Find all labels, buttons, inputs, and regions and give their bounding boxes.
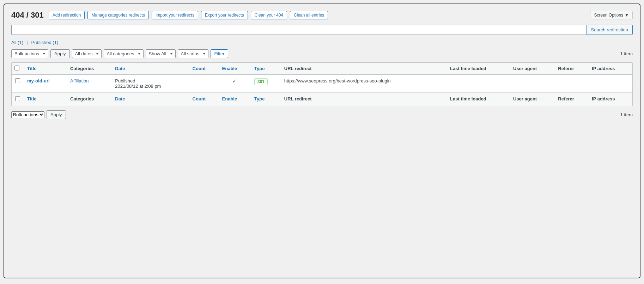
chevron-down-icon: ▼ [625,13,629,18]
col-type-header: Type [251,63,281,75]
row-ip-cell [588,75,632,93]
row-date-value: 2021/08/12 at 2:08 pm [115,84,161,89]
import-redirects-button[interactable]: Import your redirects [152,11,198,19]
show-select[interactable]: Show All [146,49,176,58]
col-title-header: Title [24,63,67,75]
row-last-loaded-cell [446,75,510,93]
col-count-sort[interactable]: Count [193,66,206,71]
col-ip-address-header: IP address [588,63,632,75]
apply-button-bottom[interactable]: Apply [47,110,66,119]
row-categories-cell: Affiliation [67,75,111,93]
row-enable-check: ✓ [232,78,237,84]
row-type-cell: 301 [251,75,281,93]
apply-button-top[interactable]: Apply [50,49,70,58]
footer-referer-header: Referer [554,93,588,106]
footer-ip-header: IP address [588,93,632,106]
redirects-table: Title Categories Date Count Enable [12,63,632,106]
footer-count-sort[interactable]: Count [193,96,206,101]
footer-type-sort[interactable]: Type [254,96,265,101]
col-count-header: Count [189,63,219,75]
footer-enable-header: Enable [219,93,251,106]
row-enable-cell: ✓ [219,75,251,93]
bulk-actions-select-top[interactable]: Bulk actions Delete [11,49,48,58]
footer-title-sort[interactable]: Title [27,96,37,101]
manage-categories-button[interactable]: Manage categories redirects [87,11,148,19]
row-title-cell: my-old-url [24,75,67,93]
select-all-checkbox[interactable] [14,66,19,70]
search-input[interactable] [11,25,587,35]
table-header: Title Categories Date Count Enable [12,63,632,75]
item-count-top: 1 item [620,51,633,56]
col-categories-header: Categories [67,63,111,75]
row-referer-cell [554,75,588,93]
col-date-header: Date [111,63,189,75]
col-enable-sort[interactable]: Enable [222,66,237,71]
footer-select-all-checkbox[interactable] [15,96,20,101]
footer-title-header: Title [24,93,67,106]
row-category-link[interactable]: Affiliation [70,78,89,84]
col-last-loaded-header: Last time loaded [446,63,510,75]
screen-options-label: Screen Options [594,13,623,18]
row-title-link[interactable]: my-old-url [27,78,50,84]
export-redirects-button[interactable]: Export your redirects [201,11,248,19]
screen-options-button[interactable]: Screen Options ▼ [590,11,633,19]
search-row: Search redirection [11,25,633,35]
footer-user-agent-header: User agent [510,93,554,106]
footer-url-redirect-header: URL redirect [281,93,446,106]
table-footer-header-row: Title Categories Date Count Enable Type [12,93,632,106]
col-referer-header: Referer [554,63,588,75]
footer-checkbox-cell [12,93,24,106]
clean-all-button[interactable]: Clean all entries [290,11,328,19]
table-body: my-old-url Affiliation Published 2021/08… [12,75,632,106]
row-type-badge: 301 [254,78,268,85]
col-type-sort[interactable]: Type [254,66,265,71]
filter-button[interactable]: Filter [211,49,229,58]
row-date-cell: Published 2021/08/12 at 2:08 pm [111,75,189,93]
filter-all-link[interactable]: All (1) [11,40,25,45]
col-date-sort[interactable]: Date [115,66,125,71]
table-wrap: Title Categories Date Count Enable [11,62,633,106]
col-user-agent-header: User agent [510,63,554,75]
top-bar-left: 404 / 301 Add redirection Manage categor… [11,11,328,20]
top-bar: 404 / 301 Add redirection Manage categor… [11,11,633,20]
status-select[interactable]: All status [178,49,208,58]
item-count-bottom: 1 item [620,112,633,117]
clean-404-button[interactable]: Clean your 404 [251,11,287,19]
header-row: Title Categories Date Count Enable [12,63,632,75]
add-redirection-button[interactable]: Add redirection [49,11,85,19]
row-checkbox-cell [12,75,24,93]
footer-type-header: Type [251,93,281,106]
filter-links: All (1) | Published (1) [11,40,633,45]
row-count-cell [189,75,219,93]
filter-bar-top: Bulk actions Delete Apply All dates All … [11,49,633,58]
main-container: 404 / 301 Add redirection Manage categor… [4,4,640,278]
row-user-agent-cell [510,75,554,93]
col-title-sort[interactable]: Title [27,66,37,71]
footer-enable-sort[interactable]: Enable [222,96,237,101]
bulk-actions-select-bottom[interactable]: Bulk actions Delete [11,111,44,118]
filter-published-link[interactable]: Published (1) [31,40,59,45]
row-checkbox[interactable] [15,78,20,83]
table-row: my-old-url Affiliation Published 2021/08… [12,75,632,93]
footer-date-header: Date [111,93,189,106]
col-url-redirect-header: URL redirect [281,63,446,75]
dates-select[interactable]: All dates [72,49,102,58]
filter-bar-bottom: Bulk actions Delete Apply 1 item [11,110,633,119]
row-url-cell: https://www.seopress.org/best-wordpress-… [281,75,446,93]
col-enable-header: Enable [219,63,251,75]
search-button[interactable]: Search redirection [587,25,633,35]
footer-last-loaded-header: Last time loaded [446,93,510,106]
col-checkbox-header [12,63,24,75]
filter-separator: | [27,40,28,45]
categories-select[interactable]: All categories [104,49,144,58]
page-title: 404 / 301 [11,11,44,20]
footer-count-header: Count [189,93,219,106]
footer-date-sort[interactable]: Date [115,96,125,101]
row-date-status: Published [115,78,135,84]
footer-categories-header: Categories [67,93,111,106]
row-url-value: https://www.seopress.org/best-wordpress-… [284,78,391,84]
